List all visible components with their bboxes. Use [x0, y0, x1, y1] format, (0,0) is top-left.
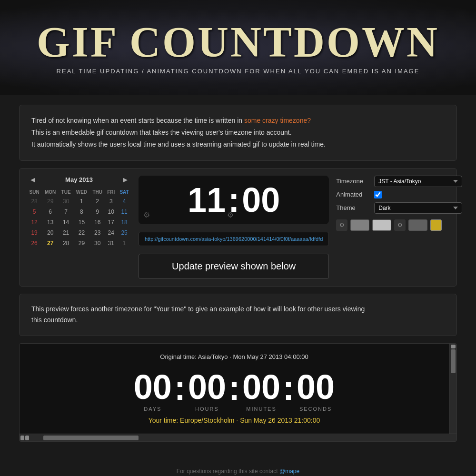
- intro-line3: It automatically shows the users local t…: [31, 139, 445, 150]
- calendar-week-0: 2829301234: [27, 196, 131, 207]
- calendar-day[interactable]: 10: [105, 207, 117, 217]
- calendar-prev-button[interactable]: ◄: [27, 176, 39, 184]
- swatch-color1[interactable]: [350, 219, 369, 231]
- header: GIF COUNTDOWN REAL TIME UPDATING / ANIMA…: [0, 0, 476, 95]
- calendar-day[interactable]: 15: [73, 217, 90, 228]
- calendar-day[interactable]: 7: [59, 207, 73, 217]
- calendar-day[interactable]: 5: [27, 207, 42, 217]
- calendar-day[interactable]: 26: [27, 238, 42, 248]
- calendar-day[interactable]: 24: [105, 228, 117, 238]
- calendar-grid: SUN MON TUE WED THU FRI SAT 282930123456…: [27, 188, 131, 248]
- animated-checkbox[interactable]: [374, 191, 382, 198]
- calendar-day[interactable]: 4: [117, 196, 131, 207]
- calendar-day[interactable]: 23: [90, 228, 105, 238]
- calendar-day[interactable]: 29: [42, 196, 59, 207]
- calendar-day[interactable]: 20: [42, 228, 59, 238]
- preview-widget-container: Original time: Asia/Tokyo · Mon May 27 2…: [19, 343, 457, 442]
- calendar-day[interactable]: 1: [73, 196, 90, 207]
- scrollbar-horizontal[interactable]: [20, 434, 456, 441]
- swatch-color2[interactable]: [372, 219, 391, 231]
- cal-header-sat: SAT: [117, 188, 131, 196]
- site-subtitle: REAL TIME UPDATING / ANIMATING COUNTDOWN…: [57, 68, 420, 75]
- calendar-day[interactable]: 2: [90, 196, 105, 207]
- color-swatches: ⚙ ⚙: [336, 219, 462, 231]
- time-gear-left-icon: ⚙: [143, 210, 150, 219]
- site-title: GIF COUNTDOWN: [37, 21, 439, 64]
- calendar-day[interactable]: 16: [90, 217, 105, 228]
- calendar-day[interactable]: 28: [59, 238, 73, 248]
- swatch-gold[interactable]: [430, 219, 442, 231]
- calendar-day[interactable]: 13: [42, 217, 59, 228]
- animated-row: Animated: [336, 191, 462, 198]
- countdown-url[interactable]: http://gifcountdown.com/asia-tokyo/13696…: [139, 232, 329, 246]
- calendar-next-button[interactable]: ►: [119, 176, 131, 184]
- calendar-day[interactable]: 14: [59, 217, 73, 228]
- calendar-day[interactable]: 8: [73, 207, 90, 217]
- calendar-day[interactable]: 27: [42, 238, 59, 248]
- calendar-day[interactable]: 9: [90, 207, 105, 217]
- calendar-header: ◄ May 2013 ►: [27, 176, 131, 184]
- configurator: ◄ May 2013 ► SUN MON TUE WED THU FRI SAT: [19, 168, 457, 287]
- preview-section: This preview forces another timezone for…: [19, 294, 457, 337]
- time-hours: 11: [188, 183, 226, 217]
- scrollbar-left-arrow[interactable]: [20, 436, 24, 440]
- timezone-select[interactable]: JST - Asia/Tokyo UTC EST - America/New_Y…: [374, 176, 462, 187]
- swatch-color3[interactable]: [408, 219, 427, 231]
- calendar-day[interactable]: 22: [73, 228, 90, 238]
- calendar-body: 2829301234567891011121314151617181920212…: [27, 196, 131, 248]
- calendar-day[interactable]: 30: [90, 238, 105, 248]
- calendar-day[interactable]: 25: [117, 228, 131, 238]
- main-content: Tired of not knowing when an event start…: [0, 95, 476, 458]
- calendar-week-2: 12131415161718: [27, 217, 131, 228]
- cal-header-sun: SUN: [27, 188, 42, 196]
- intro-line2: This is an embedable gif countdown that …: [31, 127, 445, 139]
- countdown-seconds-label: SECONDS: [299, 406, 332, 412]
- footer-mention[interactable]: @mape: [279, 468, 299, 475]
- calendar-day[interactable]: 18: [117, 217, 131, 228]
- countdown-hours-label: HOURS: [195, 406, 219, 412]
- cal-header-mon: MON: [42, 188, 59, 196]
- preview-your-time: Your time: Europe/Stockholm · Sun May 26…: [29, 416, 439, 424]
- countdown-sep1: :: [174, 371, 186, 412]
- calendar-day[interactable]: 21: [59, 228, 73, 238]
- calendar-day[interactable]: 6: [42, 207, 59, 217]
- calendar-day[interactable]: 31: [105, 238, 117, 248]
- calendar-day[interactable]: 3: [105, 196, 117, 207]
- scrollbar-thumb-vertical[interactable]: [451, 349, 456, 373]
- preview-original-time: Original time: Asia/Tokyo · Mon May 27 2…: [29, 353, 439, 360]
- scrollbar-up-arrow[interactable]: [451, 345, 456, 348]
- countdown-seconds-unit: 00 SECONDS: [297, 370, 335, 412]
- calendar-day[interactable]: 29: [73, 238, 90, 248]
- calendar-day[interactable]: 19: [27, 228, 42, 238]
- scrollbar-right-arrow[interactable]: [25, 436, 29, 440]
- calendar-day[interactable]: 28: [27, 196, 42, 207]
- theme-row: Theme Dark Light Custom: [336, 202, 462, 214]
- scrollbar-thumb-horizontal[interactable]: [43, 436, 139, 440]
- calendar-month-year: May 2013: [65, 176, 93, 183]
- calendar-day[interactable]: 1: [117, 238, 131, 248]
- theme-select[interactable]: Dark Light Custom: [374, 202, 462, 214]
- swatch-gear1[interactable]: ⚙: [336, 219, 347, 231]
- calendar-day[interactable]: 12: [27, 217, 42, 228]
- intro-line1: Tired of not knowing when an event start…: [31, 115, 445, 127]
- calendar-week-1: 567891011: [27, 207, 131, 217]
- update-preview-button[interactable]: Update preview shown below: [139, 254, 329, 279]
- time-display: ⚙ 11 : 00 ⚙: [139, 176, 329, 224]
- calendar-week-3: 19202122232425: [27, 228, 131, 238]
- swatch-gear2[interactable]: ⚙: [394, 219, 406, 231]
- timezone-label: Timezone: [336, 178, 369, 185]
- countdown-hours-unit: 00 HOURS: [188, 370, 226, 412]
- intro-box: Tired of not knowing when an event start…: [19, 105, 457, 161]
- calendar-week-4: 2627282930311: [27, 238, 131, 248]
- countdown-minutes-label: MINUTES: [246, 406, 277, 412]
- cal-header-fri: FRI: [105, 188, 117, 196]
- scrollbar-vertical[interactable]: [449, 344, 456, 434]
- countdown-days: 00: [134, 370, 172, 404]
- calendar-day[interactable]: 17: [105, 217, 117, 228]
- countdown-seconds: 00: [297, 370, 335, 404]
- preview-info-line2: this countdown.: [31, 315, 445, 326]
- cal-header-wed: WED: [73, 188, 90, 196]
- calendar-day[interactable]: 11: [117, 207, 131, 217]
- countdown-minutes: 00: [242, 370, 280, 404]
- calendar-day[interactable]: 30: [59, 196, 73, 207]
